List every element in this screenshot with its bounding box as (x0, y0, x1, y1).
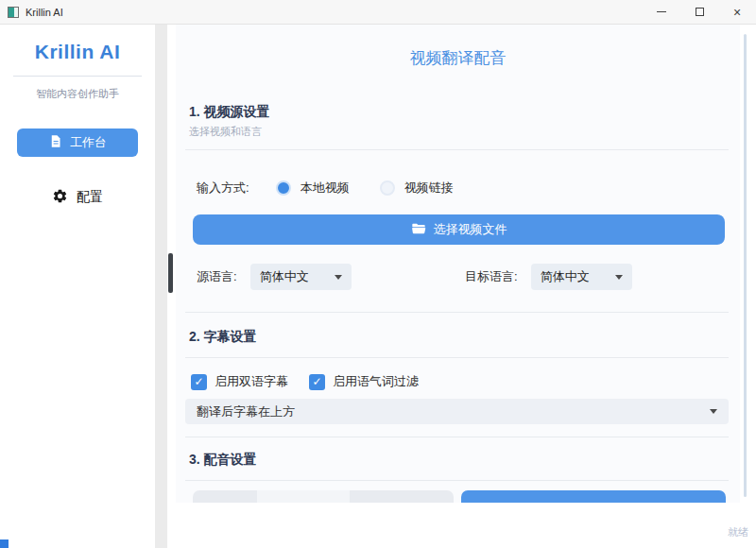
minimize-icon (657, 11, 666, 12)
brand-title: Krillin AI (0, 41, 155, 63)
radio-local-video[interactable] (276, 180, 291, 196)
gear-icon (52, 188, 68, 207)
divider (185, 480, 729, 481)
radio-local-video-label[interactable]: 本地视频 (301, 180, 350, 197)
divider (185, 437, 729, 437)
app-icon (8, 7, 19, 18)
maximize-icon (696, 8, 704, 16)
divider (185, 357, 729, 358)
source-lang-row: 源语言: 简体中文 (197, 264, 352, 290)
bilingual-subtitle-checkbox[interactable]: ✓ (191, 374, 207, 390)
brand-divider (13, 76, 142, 77)
section3-heading: 3. 配音设置 (189, 452, 257, 469)
divider (185, 312, 729, 313)
brand-tagline: 智能内容创作助手 (0, 87, 155, 101)
window-controls: × (643, 0, 756, 25)
corner-accent (0, 539, 9, 548)
check-icon: ✓ (194, 375, 203, 388)
section1-subtitle: 选择视频和语言 (189, 125, 262, 139)
radio-video-link[interactable] (380, 180, 395, 196)
document-icon (48, 134, 62, 151)
subtitle-position-value: 翻译后字幕在上方 (197, 403, 295, 420)
page-title: 视频翻译配音 (176, 47, 740, 69)
source-lang-label: 源语言: (197, 268, 237, 285)
sidebar-item-workbench[interactable]: 工作台 (17, 128, 138, 157)
chevron-down-icon (335, 275, 342, 280)
minimize-button[interactable] (643, 0, 680, 25)
main-content: 视频翻译配音 1. 视频源设置 选择视频和语言 输入方式: 本地视频 视频链接 … (176, 25, 740, 503)
source-lang-value: 简体中文 (260, 268, 309, 285)
select-video-file-button[interactable]: 选择视频文件 (193, 214, 725, 245)
subtitle-options-row: ✓ 启用双语字幕 ✓ 启用语气词过滤 (191, 373, 419, 390)
target-lang-row: 目标语言: 简体中文 (465, 264, 632, 290)
divider (185, 149, 729, 150)
radio-video-link-label[interactable]: 视频链接 (404, 180, 454, 197)
right-scrollbar[interactable] (744, 34, 747, 497)
target-lang-value: 简体中文 (541, 268, 590, 285)
sidebar-item-label: 工作台 (70, 134, 107, 151)
source-lang-select[interactable]: 简体中文 (250, 264, 352, 290)
target-lang-select[interactable]: 简体中文 (531, 264, 632, 290)
section1-heading: 1. 视频源设置 (189, 104, 270, 121)
filler-word-filter-label[interactable]: 启用语气词过滤 (333, 373, 419, 390)
input-mode-row: 输入方式: 本地视频 视频链接 (197, 176, 454, 200)
section2-heading: 2. 字幕设置 (189, 329, 257, 346)
titlebar: Krillin AI × (0, 0, 756, 25)
filler-word-filter-checkbox[interactable]: ✓ (309, 374, 325, 390)
close-icon: × (733, 6, 741, 19)
maximize-button[interactable] (680, 0, 718, 25)
check-icon: ✓ (312, 375, 321, 388)
dubbing-secondary-control-partial[interactable] (193, 490, 454, 503)
window-title: Krillin AI (26, 7, 63, 18)
sidebar-item-config[interactable]: 配置 (0, 188, 155, 207)
sidebar: Krillin AI 智能内容创作助手 工作台 配置 (0, 25, 155, 548)
dubbing-control-highlight (257, 490, 350, 503)
target-lang-label: 目标语言: (465, 268, 518, 285)
status-text: 就绪 (728, 525, 748, 539)
dubbing-primary-button-partial[interactable] (461, 490, 726, 503)
input-mode-label: 输入方式: (197, 180, 249, 197)
select-video-file-label: 选择视频文件 (434, 221, 507, 238)
subtitle-position-select[interactable]: 翻译后字幕在上方 (185, 399, 729, 424)
sidebar-item-label: 配置 (77, 189, 103, 206)
chevron-down-icon (710, 409, 717, 414)
left-scrollbar-thumb[interactable] (168, 253, 173, 293)
close-button[interactable]: × (718, 0, 756, 25)
chevron-down-icon (615, 275, 623, 280)
bilingual-subtitle-label[interactable]: 启用双语字幕 (215, 373, 288, 390)
sidebar-gutter (155, 25, 167, 548)
folder-icon (411, 221, 426, 239)
app-window: Krillin AI × Krillin AI 智能内容创作助手 工作台 配置 … (0, 0, 756, 548)
